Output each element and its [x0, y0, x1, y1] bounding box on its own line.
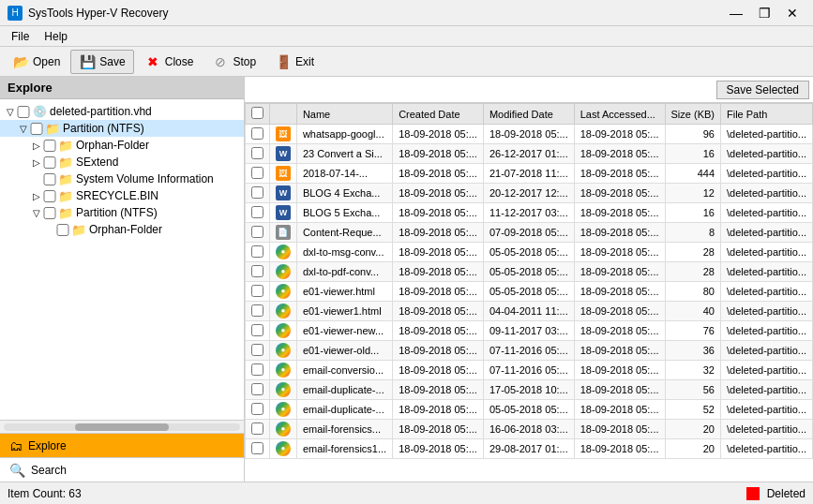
- row-check-cell[interactable]: [245, 321, 269, 341]
- tree-check-partition2[interactable]: [43, 207, 56, 219]
- expand-icon-recycle[interactable]: ▷: [30, 191, 43, 201]
- file-table-container[interactable]: Name Created Date Modified Date Last Acc…: [245, 103, 813, 482]
- row-name: dxl-to-pdf-conv...: [296, 262, 392, 282]
- table-row[interactable]: ● email-forensics... 18-09-2018 05:... 1…: [245, 420, 812, 439]
- table-row[interactable]: ● dxl-to-msg-conv... 18-09-2018 05:... 0…: [245, 243, 812, 262]
- col-size[interactable]: Size (KB): [665, 104, 720, 125]
- row-check[interactable]: [251, 324, 263, 336]
- expand-icon-partition2[interactable]: ▽: [30, 208, 43, 218]
- table-row[interactable]: ● email-duplicate-... 18-09-2018 05:... …: [245, 400, 812, 420]
- close-file-button[interactable]: ✖ Close: [136, 50, 203, 74]
- close-button[interactable]: ✕: [779, 4, 805, 22]
- row-check-cell[interactable]: [245, 341, 269, 361]
- row-check-cell[interactable]: [245, 400, 269, 420]
- tab-search[interactable]: 🔍 Search: [0, 458, 244, 482]
- tree-check-sysvolinfo[interactable]: [43, 173, 56, 185]
- row-check-cell[interactable]: [245, 184, 269, 203]
- table-row[interactable]: 📄 Content-Reque... 18-09-2018 05:... 07-…: [245, 223, 812, 243]
- row-check-cell[interactable]: [245, 203, 269, 223]
- table-row[interactable]: ● dxl-to-pdf-conv... 18-09-2018 05:... 0…: [245, 262, 812, 282]
- tree-item-partition2[interactable]: ▽ 📁 Partition (NTFS): [0, 204, 244, 221]
- tree-item-recycle[interactable]: ▷ 📁 SRECYCLE.BIN: [0, 187, 244, 204]
- save-selected-button[interactable]: Save Selected: [716, 81, 809, 99]
- row-accessed: 18-09-2018 05:...: [574, 144, 665, 164]
- tree-item-orphan[interactable]: ▷ 📁 Orphan-Folder: [0, 137, 244, 154]
- row-check-cell[interactable]: [245, 243, 269, 262]
- tree-check-recycle[interactable]: [43, 190, 56, 202]
- table-row[interactable]: ● e01-viewer-new... 18-09-2018 05:... 09…: [245, 321, 812, 341]
- table-row[interactable]: W BLOG 5 Excha... 18-09-2018 05:... 11-1…: [245, 203, 812, 223]
- tree-item-sextend[interactable]: ▷ 📁 SExtend: [0, 154, 244, 170]
- expand-icon-orphan[interactable]: ▷: [30, 141, 43, 151]
- expand-icon[interactable]: ▽: [4, 107, 17, 117]
- row-check[interactable]: [251, 206, 263, 218]
- table-row[interactable]: W 23 Convert a Si... 18-09-2018 05:... 2…: [245, 144, 812, 164]
- row-check[interactable]: [251, 422, 263, 435]
- menu-help[interactable]: Help: [37, 28, 75, 45]
- row-check-cell[interactable]: [245, 144, 269, 164]
- row-check-cell[interactable]: [245, 439, 269, 459]
- minimize-button[interactable]: —: [723, 4, 749, 22]
- row-check-cell[interactable]: [245, 125, 269, 144]
- row-check[interactable]: [251, 265, 263, 277]
- tree-check-orphan[interactable]: [43, 140, 56, 152]
- row-check[interactable]: [251, 363, 263, 376]
- table-row[interactable]: ● email-duplicate-... 18-09-2018 05:... …: [245, 380, 812, 400]
- col-accessed[interactable]: Last Accessed...: [574, 104, 665, 125]
- restore-button[interactable]: ❐: [751, 4, 777, 22]
- table-row[interactable]: ● e01-viewer-old... 18-09-2018 05:... 07…: [245, 341, 812, 361]
- row-check-cell[interactable]: [245, 282, 269, 302]
- table-row[interactable]: W BLOG 4 Excha... 18-09-2018 05:... 20-1…: [245, 184, 812, 203]
- select-all-check[interactable]: [251, 107, 263, 119]
- horizontal-scrollbar[interactable]: [0, 420, 244, 433]
- table-row[interactable]: ● e01-viewer.html 18-09-2018 05:... 05-0…: [245, 282, 812, 302]
- table-row[interactable]: 🖼 whatsapp-googl... 18-09-2018 05:... 18…: [245, 125, 812, 144]
- stop-button[interactable]: ⊘ Stop: [203, 50, 264, 74]
- row-check[interactable]: [251, 147, 263, 159]
- row-check[interactable]: [251, 442, 263, 454]
- col-created[interactable]: Created Date: [393, 104, 484, 125]
- row-check[interactable]: [251, 285, 263, 297]
- row-check[interactable]: [251, 403, 263, 415]
- tree-item-orphan2[interactable]: 📁 Orphan-Folder: [0, 221, 244, 238]
- col-check[interactable]: [245, 104, 269, 125]
- row-check[interactable]: [251, 344, 263, 356]
- tree-label-orphan2: Orphan-Folder: [89, 223, 162, 236]
- row-check[interactable]: [251, 383, 263, 395]
- col-modified[interactable]: Modified Date: [483, 104, 574, 125]
- col-name[interactable]: Name: [296, 104, 392, 125]
- menu-file[interactable]: File: [4, 28, 37, 45]
- row-check[interactable]: [251, 167, 263, 179]
- row-check[interactable]: [251, 245, 263, 258]
- col-path[interactable]: File Path: [721, 104, 813, 125]
- expand-icon-sextend[interactable]: ▷: [30, 157, 43, 168]
- tab-explore[interactable]: 🗂 Explore: [0, 434, 244, 458]
- exit-button[interactable]: 🚪 Exit: [266, 50, 323, 74]
- row-check[interactable]: [251, 127, 263, 140]
- tree-check-vhd[interactable]: [17, 106, 30, 118]
- row-check[interactable]: [251, 186, 263, 199]
- table-row[interactable]: 🖼 2018-07-14-... 18-09-2018 05:... 21-07…: [245, 164, 812, 184]
- tree-item-partition-ntfs[interactable]: ▽ 📁 Partition (NTFS): [0, 120, 244, 137]
- row-check[interactable]: [251, 304, 263, 317]
- tree-check-orphan2[interactable]: [56, 224, 69, 236]
- tree-check-sextend[interactable]: [43, 156, 56, 169]
- row-check-cell[interactable]: [245, 262, 269, 282]
- table-row[interactable]: ● email-forensics1... 18-09-2018 05:... …: [245, 439, 812, 459]
- tree-check-partition[interactable]: [30, 123, 43, 135]
- row-check-cell[interactable]: [245, 223, 269, 243]
- expand-icon-partition[interactable]: ▽: [17, 124, 30, 134]
- table-row[interactable]: ● e01-viewer1.html 18-09-2018 05:... 04-…: [245, 302, 812, 321]
- table-row[interactable]: ● email-conversio... 18-09-2018 05:... 0…: [245, 361, 812, 380]
- row-check-cell[interactable]: [245, 361, 269, 380]
- row-check-cell[interactable]: [245, 380, 269, 400]
- tree-item-vhd[interactable]: ▽ 💿 deleted-partition.vhd: [0, 103, 244, 120]
- row-check-cell[interactable]: [245, 302, 269, 321]
- row-check-cell[interactable]: [245, 164, 269, 184]
- open-button[interactable]: 📂 Open: [4, 50, 68, 74]
- save-button[interactable]: 💾 Save: [70, 50, 133, 74]
- row-check-cell[interactable]: [245, 420, 269, 439]
- row-check[interactable]: [251, 226, 263, 238]
- tree-item-sysvolinfo[interactable]: 📁 System Volume Information: [0, 170, 244, 187]
- toolbar: 📂 Open 💾 Save ✖ Close ⊘ Stop 🚪 Exit: [0, 47, 813, 77]
